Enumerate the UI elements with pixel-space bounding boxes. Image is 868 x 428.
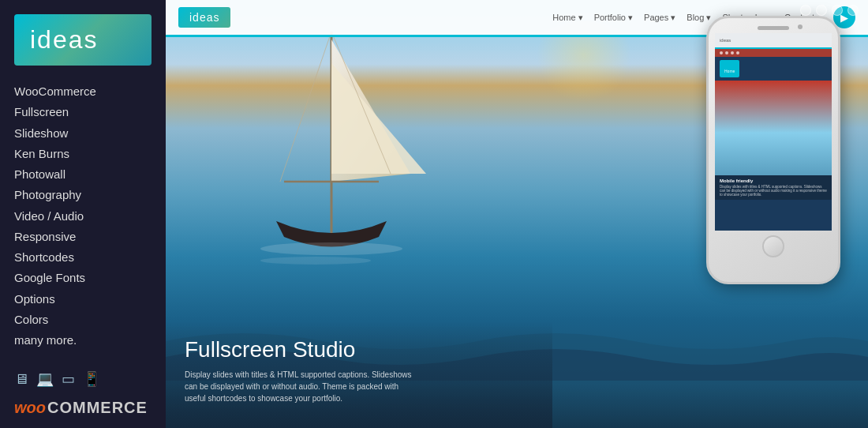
sailboat-illustration xyxy=(205,16,458,347)
svg-point-5 xyxy=(260,257,371,265)
phone-dot-4 xyxy=(736,51,739,54)
sidebar-feature-item: Shortcodes xyxy=(14,247,152,268)
sidebar-feature-item: WooCommerce xyxy=(14,81,152,102)
phone-badge: Home xyxy=(720,60,739,77)
sidebar-feature-item: Photography xyxy=(14,185,152,205)
phone-mockup: ideas Home Mobile friendly xyxy=(694,16,852,420)
nav-home[interactable]: Home ▾ xyxy=(552,13,582,23)
phone-info-overlay: Mobile friendly Display slides with titl… xyxy=(715,175,832,200)
main-preview: ideas Home ▾ Portfolio ▾ Pages ▾ Blog ▾ … xyxy=(166,0,868,428)
sidebar-features: WooCommerceFullscreenSlideshowKen BurnsP… xyxy=(0,77,166,362)
svg-point-4 xyxy=(260,242,402,255)
tablet-icon: ▭ xyxy=(62,370,75,388)
site-logo[interactable]: ideas xyxy=(178,7,230,28)
phone-dot-1 xyxy=(720,51,723,54)
woocommerce-badge: woo COMMERCE xyxy=(14,399,152,417)
nav-pages[interactable]: Pages ▾ xyxy=(644,13,675,23)
sidebar: ideas WooCommerceFullscreenSlideshowKen … xyxy=(0,0,166,428)
sidebar-logo[interactable]: ideas xyxy=(14,14,152,66)
woo-prefix: woo xyxy=(14,399,46,417)
svg-line-6 xyxy=(280,32,331,182)
sidebar-devices: 🖥 💻 ▭ 📱 xyxy=(0,362,166,394)
phone-header-text: ideas xyxy=(720,38,731,43)
bottom-overlay: Fullscreen Studio Display slides with ti… xyxy=(166,321,552,428)
phone-mobile-desc: Display slides with titles & HTML suppor… xyxy=(720,185,827,197)
sidebar-feature-item: Google Fonts xyxy=(14,268,152,288)
sidebar-feature-item: Video / Audio xyxy=(14,206,152,227)
win-dot-3 xyxy=(832,5,843,16)
win-dot-4 xyxy=(847,5,859,16)
win-dot-2 xyxy=(816,5,827,16)
sidebar-feature-item: Photowall xyxy=(14,164,152,185)
sidebar-feature-item: Fullscreen xyxy=(14,102,152,122)
win-dot-1 xyxy=(800,5,811,16)
site-logo-text: ideas xyxy=(189,11,219,24)
phone-mobile-title: Mobile friendly xyxy=(720,178,827,183)
window-controls xyxy=(800,5,859,16)
sidebar-feature-item: Colors xyxy=(14,310,152,330)
features-list: WooCommerceFullscreenSlideshowKen BurnsP… xyxy=(14,81,152,351)
phone-image-area xyxy=(715,81,832,175)
sidebar-feature-item: Responsive xyxy=(14,227,152,247)
sidebar-feature-item: Ken Burns xyxy=(14,144,152,164)
sidebar-logo-text: ideas xyxy=(30,25,99,54)
mobile-icon: 📱 xyxy=(83,370,100,388)
desktop-icon: 🖥 xyxy=(14,371,28,388)
sidebar-feature-item: Options xyxy=(14,289,152,310)
phone-dot-2 xyxy=(725,51,728,54)
laptop-icon: 💻 xyxy=(36,370,54,388)
overlay-description: Display slides with titles & HTML suppor… xyxy=(185,369,421,404)
phone-home-button[interactable] xyxy=(762,235,784,257)
phone-camera xyxy=(798,24,803,29)
phone-nav xyxy=(715,49,832,57)
woo-suffix: COMMERCE xyxy=(47,399,148,417)
sidebar-feature-item: Slideshow xyxy=(14,123,152,144)
phone-outer: ideas Home Mobile friendly xyxy=(706,16,840,284)
svg-marker-2 xyxy=(331,63,426,174)
phone-screen: ideas Home Mobile friendly xyxy=(715,33,832,231)
sidebar-feature-item: many more. xyxy=(14,330,152,351)
phone-header: ideas xyxy=(715,33,832,47)
sidebar-woo: woo COMMERCE xyxy=(0,394,166,428)
nav-portfolio[interactable]: Portfolio ▾ xyxy=(594,13,633,23)
phone-badge-text: Home xyxy=(724,69,735,73)
phone-speaker xyxy=(758,26,789,30)
overlay-title: Fullscreen Studio xyxy=(185,337,533,362)
phone-dot-3 xyxy=(731,51,734,54)
